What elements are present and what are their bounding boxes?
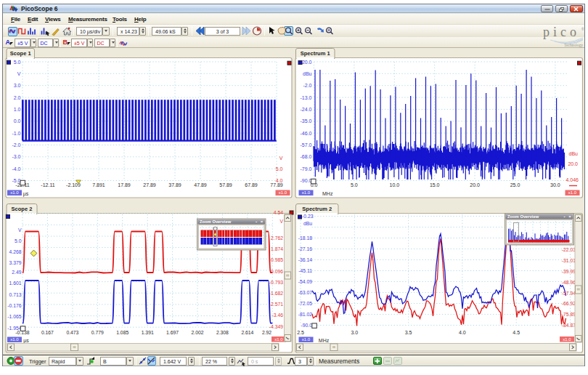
svg-text:dBu: dBu — [569, 151, 579, 156]
svg-text:-84.87: -84.87 — [562, 323, 576, 328]
svg-text:V: V — [18, 227, 22, 233]
svg-text:-1.065: -1.065 — [7, 314, 21, 319]
svg-text:1.874: 1.874 — [271, 246, 283, 251]
svg-text:-22.03: -22.03 — [562, 247, 576, 252]
svg-text:3.0: 3.0 — [14, 83, 21, 88]
svg-text:2.762: 2.762 — [271, 235, 283, 241]
svg-text:4.0: 4.0 — [459, 330, 466, 335]
svg-text:-90.0: -90.0 — [301, 323, 313, 328]
svg-text:-57.0: -57.0 — [301, 142, 312, 148]
svg-text:1.391: 1.391 — [142, 330, 154, 335]
svg-text:-39.99: -39.99 — [562, 269, 576, 274]
svg-text:-24.0: -24.0 — [301, 107, 312, 112]
svg-text:-2.0: -2.0 — [303, 83, 311, 88]
svg-text:-48.96: -48.96 — [562, 280, 576, 285]
svg-text:25.0: 25.0 — [510, 182, 520, 188]
svg-text:-: - — [563, 214, 565, 219]
svg-text:-45.11: -45.11 — [298, 268, 312, 273]
svg-text:5.0: 5.0 — [351, 182, 358, 188]
svg-text:2.308: 2.308 — [216, 330, 229, 335]
svg-text:0.713: 0.713 — [9, 292, 21, 297]
svg-text:-4.349: -4.349 — [269, 324, 283, 329]
svg-text:37.89: 37.89 — [168, 182, 181, 188]
svg-text:-36.14: -36.14 — [298, 257, 312, 262]
svg-text:-0.176: -0.176 — [7, 303, 21, 308]
svg-text:5.0: 5.0 — [14, 60, 21, 65]
svg-text:7.891: 7.891 — [92, 182, 105, 188]
svg-text:x1.0: x1.0 — [302, 190, 311, 195]
svg-text:3.0: 3.0 — [351, 330, 358, 335]
svg-text:V: V — [279, 156, 283, 161]
svg-text:-63.07: -63.07 — [298, 290, 312, 295]
svg-text:µs: µs — [23, 191, 29, 197]
svg-text:-54.09: -54.09 — [298, 279, 312, 284]
svg-text:-72.05: -72.05 — [298, 301, 312, 306]
svg-text:-3.46: -3.46 — [272, 312, 284, 318]
svg-text:MHz: MHz — [322, 191, 333, 196]
svg-text:x1.0: x1.0 — [563, 337, 571, 342]
svg-text:-3.0: -3.0 — [12, 154, 20, 159]
svg-text:x1.0: x1.0 — [279, 190, 287, 195]
svg-text:1.085: 1.085 — [116, 330, 128, 335]
svg-text:20.0: 20.0 — [302, 60, 312, 65]
svg-text:4.54: 4.54 — [274, 210, 283, 215]
svg-text:×: × — [568, 214, 571, 219]
svg-text:x1.0: x1.0 — [302, 337, 311, 342]
svg-text:67.89: 67.89 — [245, 182, 258, 188]
svg-text:47.89: 47.89 — [194, 182, 207, 188]
svg-text:27.89: 27.89 — [143, 182, 156, 188]
svg-text:-0.23: -0.23 — [302, 214, 314, 219]
svg-text:5.0: 5.0 — [276, 166, 283, 172]
svg-text:-81.02: -81.02 — [298, 312, 312, 317]
svg-text:MHz: MHz — [319, 338, 330, 343]
svg-text:-12.11: -12.11 — [41, 182, 54, 188]
svg-text:-35.0: -35.0 — [301, 118, 312, 124]
svg-text:-57.94: -57.94 — [562, 291, 576, 296]
svg-text:0.167: 0.167 — [41, 330, 54, 335]
svg-text:dBu: dBu — [303, 71, 312, 76]
svg-text:1.697: 1.697 — [166, 330, 179, 335]
svg-text:Scope 2: Scope 2 — [12, 206, 33, 212]
svg-text:3.379: 3.379 — [9, 260, 21, 265]
svg-text:20.0: 20.0 — [568, 161, 578, 166]
svg-text:Spectrum 2: Spectrum 2 — [302, 206, 332, 212]
svg-text:17.89: 17.89 — [118, 182, 131, 188]
svg-text:x1.0: x1.0 — [10, 337, 19, 342]
svg-text:-0.793: -0.793 — [269, 280, 283, 285]
svg-text:Zoom Overview: Zoom Overview — [200, 219, 232, 224]
svg-text:-27.16: -27.16 — [298, 246, 312, 251]
svg-text:30.0: 30.0 — [550, 182, 560, 188]
svg-text:dBu: dBu — [303, 221, 312, 226]
svg-text:0.779: 0.779 — [91, 330, 104, 335]
svg-text:-68.0: -68.0 — [301, 154, 312, 159]
svg-text:-46.0: -46.0 — [301, 131, 312, 136]
svg-text:0.985: 0.985 — [271, 257, 283, 262]
svg-text:Spectrum 1: Spectrum 1 — [301, 50, 330, 57]
svg-text:2.002: 2.002 — [191, 330, 203, 335]
svg-text:Zoom Overview: Zoom Overview — [507, 214, 539, 219]
svg-text:Scope 1: Scope 1 — [10, 50, 31, 57]
svg-text:0.096: 0.096 — [271, 269, 283, 274]
svg-text:-1.682: -1.682 — [269, 291, 283, 296]
svg-text:-2.0: -2.0 — [12, 142, 20, 148]
svg-text:1.0: 1.0 — [14, 107, 21, 112]
svg-text:-: - — [256, 219, 257, 224]
svg-text:57.89: 57.89 — [219, 182, 232, 188]
svg-text:-66.92: -66.92 — [562, 301, 576, 306]
svg-text:V: V — [279, 219, 283, 224]
svg-text:1.601: 1.601 — [9, 281, 21, 286]
svg-text:0.473: 0.473 — [66, 330, 78, 335]
svg-text:-4.0: -4.0 — [12, 166, 20, 172]
svg-text:×: × — [261, 219, 264, 224]
svg-text:4.5: 4.5 — [513, 330, 520, 335]
svg-text:0.0: 0.0 — [14, 118, 21, 124]
svg-text:2.5: 2.5 — [297, 330, 304, 335]
svg-text:2.49: 2.49 — [12, 270, 21, 275]
svg-text:-13.0: -13.0 — [301, 95, 312, 100]
svg-text:4.268: 4.268 — [9, 249, 21, 254]
svg-text:20.0: 20.0 — [470, 182, 480, 188]
svg-text:x1.0: x1.0 — [274, 337, 283, 342]
svg-text:2.92: 2.92 — [262, 330, 271, 335]
svg-text:4.0: 4.0 — [276, 178, 283, 183]
svg-text:-79.0: -79.0 — [301, 166, 312, 172]
